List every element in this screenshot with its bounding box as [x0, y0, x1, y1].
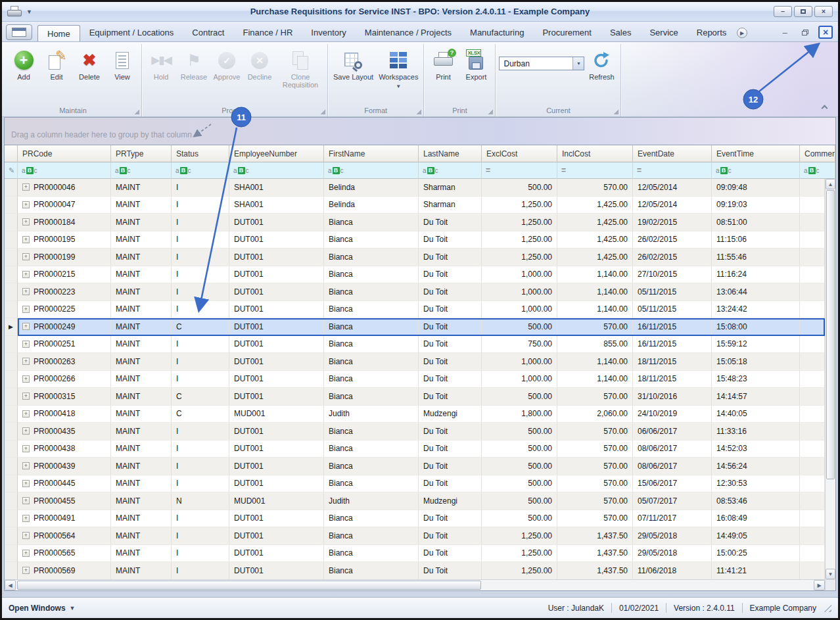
cell-exclcost[interactable]: 500.00: [482, 423, 557, 441]
grid-row[interactable]: +PR0000491MAINTIDUT001BiancaDu Toit500.0…: [5, 510, 825, 528]
scroll-left-button[interactable]: ◀: [5, 580, 16, 590]
cell-prtype[interactable]: MAINT: [111, 475, 172, 493]
cell-inclcost[interactable]: 1,425.00: [557, 231, 633, 249]
workspace-close-button[interactable]: ×: [818, 26, 833, 39]
cell-prtype[interactable]: MAINT: [111, 441, 172, 458]
cell-prcode[interactable]: +PR0000439: [18, 458, 111, 475]
application-menu-button[interactable]: [6, 24, 32, 40]
cell-eventtime[interactable]: 08:51:00: [712, 214, 800, 231]
cell-exclcost[interactable]: 1,000.00: [482, 266, 557, 284]
cell-comments[interactable]: [800, 545, 825, 563]
column-header-lastname[interactable]: LastName: [419, 145, 482, 162]
cell-prtype[interactable]: MAINT: [111, 318, 172, 336]
column-header-inclcost[interactable]: InclCost: [557, 145, 633, 162]
cell-prtype[interactable]: MAINT: [111, 562, 172, 579]
cell-prcode[interactable]: +PR0000565: [18, 545, 111, 563]
vertical-scroll-thumb[interactable]: [826, 190, 835, 479]
tab-procurement[interactable]: Procurement: [533, 24, 600, 41]
horizontal-scroll-track[interactable]: [16, 580, 814, 590]
cell-prtype[interactable]: MAINT: [111, 510, 172, 528]
cell-prcode[interactable]: +PR0000491: [18, 510, 111, 528]
expand-row-icon[interactable]: +: [22, 375, 30, 383]
scroll-down-button[interactable]: ▼: [826, 569, 835, 579]
cell-lastname[interactable]: Du Toit: [419, 353, 482, 371]
cell-firstname[interactable]: Bianca: [324, 214, 419, 231]
cell-status[interactable]: I: [172, 371, 229, 389]
ribbon-minimize-button[interactable]: –: [778, 26, 792, 39]
cell-eventdate[interactable]: 06/06/2017: [633, 423, 712, 441]
cell-eventdate[interactable]: 12/05/2014: [633, 197, 712, 214]
cell-prtype[interactable]: MAINT: [111, 458, 172, 475]
cell-prcode[interactable]: +PR0000564: [18, 527, 111, 545]
cell-employeenumber[interactable]: DUT001: [229, 527, 324, 545]
grid-row[interactable]: +PR0000266MAINTIDUT001BiancaDu Toit1,000…: [5, 371, 825, 389]
cell-employeenumber[interactable]: DUT001: [229, 231, 324, 249]
cell-exclcost[interactable]: 500.00: [482, 458, 557, 475]
tab-maintenance-projects[interactable]: Maintenance / Projects: [356, 24, 461, 41]
dialog-launcher-icon[interactable]: [134, 109, 139, 114]
cell-exclcost[interactable]: 500.00: [482, 510, 557, 528]
cell-prcode[interactable]: +PR0000251: [18, 336, 111, 354]
quick-access-toolbar[interactable]: ▼: [7, 6, 32, 17]
cell-eventtime[interactable]: 13:24:42: [712, 301, 800, 319]
expand-row-icon[interactable]: +: [22, 341, 30, 348]
cell-inclcost[interactable]: 1,437.50: [557, 545, 633, 563]
filter-employeenumber[interactable]: aBc: [229, 162, 324, 179]
chevron-down-icon[interactable]: ▼: [26, 9, 32, 15]
cell-prtype[interactable]: MAINT: [111, 545, 172, 563]
cell-employeenumber[interactable]: DUT001: [229, 266, 324, 284]
cell-status[interactable]: I: [172, 423, 229, 441]
cell-inclcost[interactable]: 1,425.00: [557, 197, 633, 214]
tab-contract[interactable]: Contract: [183, 24, 233, 41]
cell-comments[interactable]: [800, 441, 825, 458]
cell-employeenumber[interactable]: MUD001: [229, 406, 324, 423]
cell-prtype[interactable]: MAINT: [111, 527, 172, 545]
cell-exclcost[interactable]: 1,250.00: [482, 214, 557, 231]
cell-firstname[interactable]: Bianca: [324, 283, 419, 301]
column-header-exclcost[interactable]: ExclCost: [482, 145, 557, 162]
filter-inclcost[interactable]: =: [557, 162, 633, 179]
column-header-eventdate[interactable]: EventDate: [633, 145, 712, 162]
cell-status[interactable]: N: [172, 492, 229, 510]
cell-firstname[interactable]: Judith: [324, 406, 419, 423]
cell-inclcost[interactable]: 1,140.00: [557, 353, 633, 371]
cell-inclcost[interactable]: 855.00: [557, 336, 633, 354]
cell-lastname[interactable]: Du Toit: [419, 527, 482, 545]
cell-exclcost[interactable]: 750.00: [482, 336, 557, 354]
cell-eventdate[interactable]: 19/02/2015: [633, 214, 712, 231]
cell-exclcost[interactable]: 1,000.00: [482, 283, 557, 301]
expand-row-icon[interactable]: +: [22, 567, 30, 574]
cell-firstname[interactable]: Bianca: [324, 388, 419, 406]
grid-row[interactable]: +PR0000251MAINTIDUT001BiancaDu Toit750.0…: [5, 336, 825, 354]
filter-comments[interactable]: aBc: [800, 162, 835, 179]
cell-employeenumber[interactable]: DUT001: [229, 283, 324, 301]
filter-exclcost[interactable]: =: [482, 162, 557, 179]
expand-row-icon[interactable]: +: [22, 271, 30, 278]
cell-comments[interactable]: [800, 318, 825, 336]
cell-employeenumber[interactable]: DUT001: [229, 371, 324, 389]
cell-status[interactable]: I: [172, 527, 229, 545]
cell-lastname[interactable]: Sharman: [419, 179, 482, 197]
cell-status[interactable]: I: [172, 214, 229, 231]
decline-button[interactable]: ✕ Decline: [244, 46, 275, 82]
cell-eventtime[interactable]: 15:08:00: [712, 318, 800, 336]
cell-comments[interactable]: [800, 231, 825, 249]
cell-prcode[interactable]: +PR0000315: [18, 388, 111, 406]
cell-prtype[interactable]: MAINT: [111, 301, 172, 319]
cell-comments[interactable]: [800, 458, 825, 475]
cell-comments[interactable]: [800, 492, 825, 510]
cell-inclcost[interactable]: 570.00: [557, 179, 633, 197]
cell-exclcost[interactable]: 1,000.00: [482, 353, 557, 371]
cell-prcode[interactable]: +PR0000184: [18, 214, 111, 231]
tab-scroll-button[interactable]: ▶: [737, 28, 747, 38]
cell-prcode[interactable]: +PR0000249: [18, 318, 111, 336]
cell-eventtime[interactable]: 11:15:06: [712, 231, 800, 249]
cell-comments[interactable]: [800, 371, 825, 389]
cell-employeenumber[interactable]: DUT001: [229, 214, 324, 231]
cell-exclcost[interactable]: 1,800.00: [482, 406, 557, 423]
cell-employeenumber[interactable]: MUD001: [229, 492, 324, 510]
cell-prcode[interactable]: +PR0000435: [18, 423, 111, 441]
tab-reports[interactable]: Reports: [688, 24, 735, 41]
cell-inclcost[interactable]: 1,140.00: [557, 283, 633, 301]
cell-prcode[interactable]: +PR0000225: [18, 301, 111, 319]
